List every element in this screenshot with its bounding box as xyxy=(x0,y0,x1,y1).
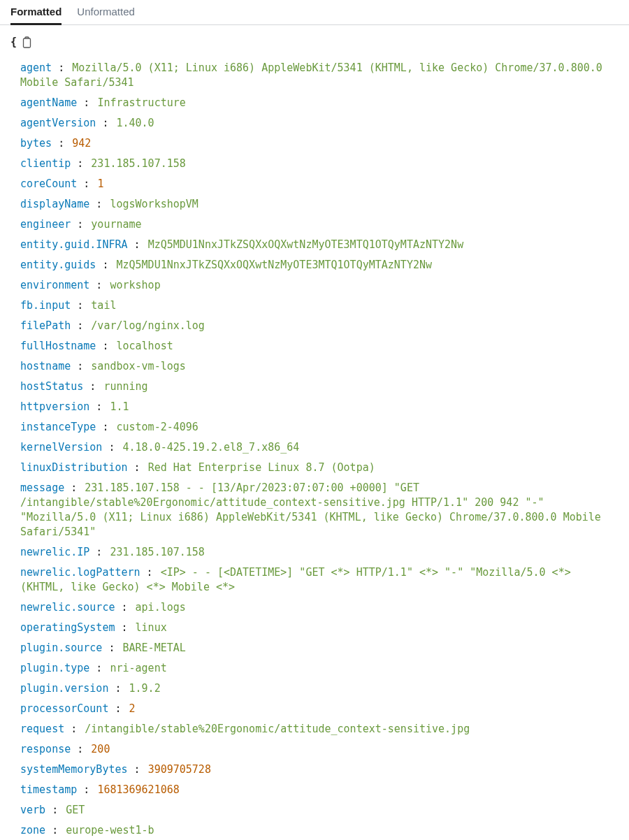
attr-key[interactable]: filePath xyxy=(20,319,71,332)
attr-key[interactable]: verb xyxy=(20,804,45,816)
kv-row: hostname : sandbox-vm-logs xyxy=(20,356,619,377)
attr-key[interactable]: entity.guid.INFRA xyxy=(20,238,128,251)
attr-key[interactable]: httpversion xyxy=(20,400,89,413)
attr-value[interactable]: GET xyxy=(66,804,85,816)
attr-key[interactable]: response xyxy=(20,743,71,755)
kv-row: request : /intangible/stable%20Ergonomic… xyxy=(20,719,619,739)
attr-value[interactable]: 231.185.107.158 xyxy=(91,157,185,170)
attr-key[interactable]: message xyxy=(20,481,64,494)
colon: : xyxy=(64,723,83,735)
tab-unformatted[interactable]: Unformatted xyxy=(77,0,135,25)
attr-value[interactable]: 3909705728 xyxy=(148,763,211,776)
colon: : xyxy=(89,400,108,413)
colon: : xyxy=(89,546,108,558)
kv-row: processorCount : 2 xyxy=(20,699,619,719)
json-viewer: { agent : Mozilla/5.0 (X11; Linux i686) … xyxy=(0,25,629,840)
colon: : xyxy=(140,566,159,579)
kv-row: agent : Mozilla/5.0 (X11; Linux i686) Ap… xyxy=(20,58,619,93)
attr-value[interactable]: 1681369621068 xyxy=(97,783,179,796)
attr-value[interactable]: tail xyxy=(91,299,116,312)
attr-key[interactable]: plugin.version xyxy=(20,682,108,695)
colon: : xyxy=(96,259,115,271)
attr-key[interactable]: bytes xyxy=(20,137,52,150)
attr-key[interactable]: plugin.source xyxy=(20,642,102,654)
attr-value[interactable]: 231.185.107.158 - - [13/Apr/2023:07:07:0… xyxy=(20,481,601,538)
attr-value[interactable]: MzQ5MDU1NnxJTkZSQXxOQXwtNzMyOTE3MTQ1OTQy… xyxy=(148,238,464,251)
kv-row: clientip : 231.185.107.158 xyxy=(20,154,619,174)
attr-value[interactable]: 4.18.0-425.19.2.el8_7.x86_64 xyxy=(123,441,300,454)
attr-key[interactable]: newrelic.source xyxy=(20,601,115,614)
attr-value[interactable]: 200 xyxy=(91,743,110,755)
attr-key[interactable]: agent xyxy=(20,61,52,74)
attr-key[interactable]: agentName xyxy=(20,96,77,109)
tab-formatted[interactable]: Formatted xyxy=(10,0,62,25)
attr-key[interactable]: entity.guids xyxy=(20,259,96,271)
colon: : xyxy=(45,804,64,816)
colon: : xyxy=(77,783,96,796)
attr-key[interactable]: instanceType xyxy=(20,421,96,433)
attr-key[interactable]: hostname xyxy=(20,360,71,372)
attr-key[interactable]: newrelic.logPattern xyxy=(20,566,140,579)
colon: : xyxy=(115,621,133,634)
attr-key[interactable]: agentVersion xyxy=(20,117,96,129)
colon: : xyxy=(71,319,89,332)
attr-value[interactable]: BARE-METAL xyxy=(123,642,186,654)
attr-value[interactable]: /intangible/stable%20Ergonomic/attitude_… xyxy=(85,723,470,735)
attr-key[interactable]: environment xyxy=(20,279,89,291)
attr-key[interactable]: request xyxy=(20,723,64,735)
attr-key[interactable]: hostStatus xyxy=(20,380,83,393)
svg-rect-0 xyxy=(24,38,31,48)
attr-value[interactable]: 2 xyxy=(129,702,136,715)
attr-value[interactable]: 231.185.107.158 xyxy=(110,546,204,558)
attr-key[interactable]: linuxDistribution xyxy=(20,461,128,474)
attr-value[interactable]: localhost xyxy=(116,340,173,352)
attr-value[interactable]: 1.40.0 xyxy=(116,117,154,129)
attr-value[interactable]: running xyxy=(103,380,147,393)
colon: : xyxy=(45,824,64,837)
attr-value[interactable]: Infrastructure xyxy=(97,96,185,109)
attr-key[interactable]: fullHostname xyxy=(20,340,96,352)
attr-key[interactable]: processorCount xyxy=(20,702,108,715)
attr-value[interactable]: sandbox-vm-logs xyxy=(91,360,185,372)
colon: : xyxy=(71,360,89,372)
attr-key[interactable]: zone xyxy=(20,824,45,837)
colon: : xyxy=(71,218,89,231)
colon: : xyxy=(89,279,108,291)
kv-row: engineer : yourname xyxy=(20,215,619,235)
attr-key[interactable]: timestamp xyxy=(20,783,77,796)
attr-value[interactable]: nri-agent xyxy=(110,662,166,674)
attr-value[interactable]: 1.9.2 xyxy=(129,682,161,695)
attr-key[interactable]: operatingSystem xyxy=(20,621,115,634)
attr-value[interactable]: 1.1 xyxy=(110,400,129,413)
attr-key[interactable]: kernelVersion xyxy=(20,441,102,454)
attr-value[interactable]: yourname xyxy=(91,218,141,231)
attr-key[interactable]: displayName xyxy=(20,198,89,210)
attr-value[interactable]: /var/log/nginx.log xyxy=(91,319,205,332)
colon: : xyxy=(71,299,89,312)
attr-key[interactable]: coreCount xyxy=(20,178,77,190)
attr-value[interactable]: api.logs xyxy=(136,601,186,614)
attr-key[interactable]: engineer xyxy=(20,218,71,231)
attr-key[interactable]: clientip xyxy=(20,157,71,170)
attr-value[interactable]: 942 xyxy=(72,137,91,150)
attr-key[interactable]: systemMemoryBytes xyxy=(20,763,128,776)
attr-key[interactable]: fb.input xyxy=(20,299,71,312)
attr-value[interactable]: workshop xyxy=(110,279,160,291)
attr-key[interactable]: newrelic.IP xyxy=(20,546,89,558)
attr-value[interactable]: Mozilla/5.0 (X11; Linux i686) AppleWebKi… xyxy=(20,61,602,89)
attr-value[interactable]: 1 xyxy=(97,178,103,190)
colon: : xyxy=(71,743,89,755)
attr-value[interactable]: custom-2-4096 xyxy=(116,421,198,433)
kv-row: operatingSystem : linux xyxy=(20,618,619,638)
kv-row: zone : europe-west1-b xyxy=(20,820,619,840)
colon: : xyxy=(115,601,133,614)
attr-value[interactable]: europe-west1-b xyxy=(66,824,154,837)
clipboard-icon[interactable] xyxy=(21,36,32,49)
kv-row: plugin.type : nri-agent xyxy=(20,658,619,679)
colon: : xyxy=(71,157,89,170)
attr-value[interactable]: Red Hat Enterprise Linux 8.7 (Ootpa) xyxy=(148,461,375,474)
attr-value[interactable]: linux xyxy=(136,621,167,634)
attr-value[interactable]: MzQ5MDU1NnxJTkZSQXxOQXwtNzMyOTE3MTQ1OTQy… xyxy=(116,259,432,271)
attr-key[interactable]: plugin.type xyxy=(20,662,89,674)
attr-value[interactable]: logsWorkshopVM xyxy=(110,198,198,210)
